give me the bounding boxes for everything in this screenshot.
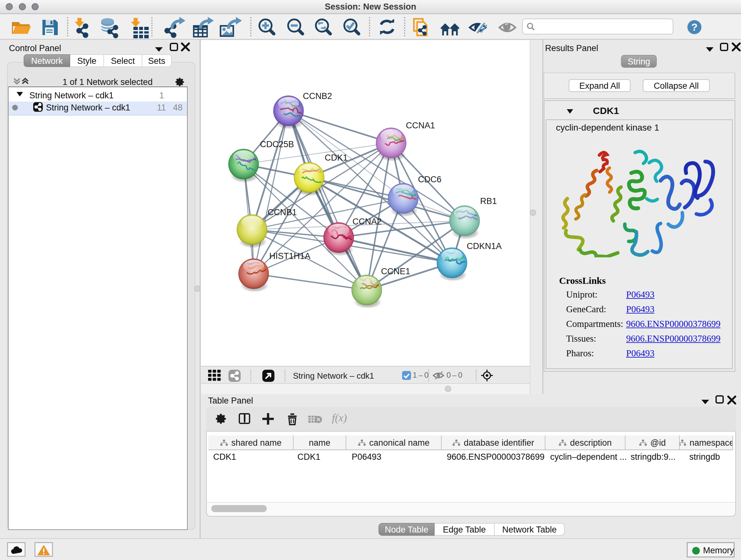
svg-text:CCNE1: CCNE1	[381, 266, 410, 276]
svg-text:CCNB1: CCNB1	[267, 207, 297, 217]
svg-text:CDC6: CDC6	[418, 175, 442, 184]
svg-text:CCNA2: CCNA2	[352, 217, 382, 226]
svg-text:HIST1H1A: HIST1H1A	[269, 251, 311, 261]
svg-text:CCNB2: CCNB2	[303, 91, 332, 101]
svg-text:CDK1: CDK1	[325, 153, 347, 163]
svg-text:CDC25B: CDC25B	[260, 139, 294, 149]
svg-text:CCNA1: CCNA1	[406, 121, 435, 130]
svg-text:CDKN1A: CDKN1A	[467, 241, 502, 251]
svg-text:?: ?	[691, 21, 697, 33]
svg-text:RB1: RB1	[480, 196, 497, 206]
